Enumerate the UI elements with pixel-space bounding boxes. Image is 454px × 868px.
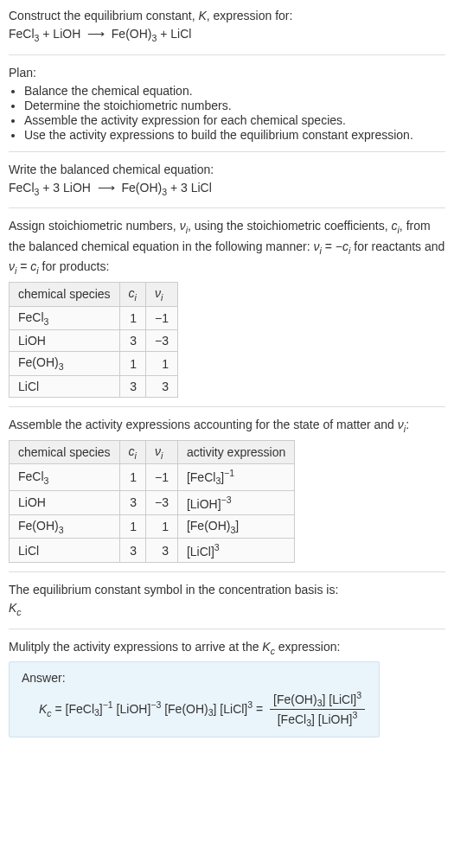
- col-vi: νi: [145, 282, 177, 306]
- kc-expression: Kc = [FeCl3]−1 [LiOH]−3 [Fe(OH)3] [LiCl]…: [22, 690, 367, 728]
- activity-text: Assemble the activity expressions accoun…: [9, 416, 445, 437]
- cell-vi: 3: [145, 376, 177, 398]
- assign-table: chemical species ci νi FeCl3 1 −1 LiOH 3…: [9, 282, 178, 398]
- intro-section: Construct the equilibrium constant, K, e…: [9, 7, 445, 55]
- cell-vi: −1: [145, 306, 177, 330]
- table-row: Fe(OH)3 1 1: [10, 352, 178, 376]
- intro-prompt: Construct the equilibrium constant, K, e…: [9, 7, 445, 25]
- cell-species: LiOH: [10, 330, 120, 352]
- activity-table: chemical species ci νi activity expressi…: [9, 440, 295, 563]
- cell-vi: −3: [145, 490, 177, 514]
- cell-species: Fe(OH)3: [10, 514, 120, 539]
- plan-item: Use the activity expressions to build th…: [24, 128, 445, 142]
- cell-species: LiCl: [10, 539, 120, 563]
- table-row: FeCl3 1 −1 [FeCl3]−1: [10, 464, 295, 490]
- cell-ci: 3: [119, 376, 145, 398]
- cell-species: Fe(OH)3: [10, 352, 120, 376]
- kc-numerator: [Fe(OH)3] [LiCl]3: [270, 690, 365, 709]
- cell-activity: [LiOH]−3: [177, 490, 294, 514]
- multiply-text: Mulitply the activity expressions to arr…: [9, 638, 445, 659]
- cell-ci: 3: [119, 490, 145, 514]
- cell-vi: 1: [145, 514, 177, 539]
- assign-section: Assign stoichiometric numbers, νi, using…: [9, 217, 445, 407]
- cell-ci: 3: [119, 539, 145, 563]
- cell-species: LiOH: [10, 490, 120, 514]
- table-row: LiOH 3 −3 [LiOH]−3: [10, 490, 295, 514]
- cell-ci: 1: [119, 464, 145, 490]
- cell-vi: 3: [145, 539, 177, 563]
- table-header-row: chemical species ci νi: [10, 282, 178, 306]
- cell-activity: [Fe(OH)3]: [177, 514, 294, 539]
- table-row: LiCl 3 3: [10, 376, 178, 398]
- activity-section: Assemble the activity expressions accoun…: [9, 416, 445, 572]
- kc-fraction: [Fe(OH)3] [LiCl]3 [FeCl3] [LiOH]3: [270, 690, 365, 728]
- plan-section: Plan: Balance the chemical equation. Det…: [9, 64, 445, 152]
- table-row: Fe(OH)3 1 1 [Fe(OH)3]: [10, 514, 295, 539]
- cell-ci: 1: [119, 514, 145, 539]
- symbol-text: The equilibrium constant symbol in the c…: [9, 581, 445, 599]
- balanced-heading: Write the balanced chemical equation:: [9, 161, 445, 179]
- col-activity: activity expression: [177, 440, 294, 464]
- balanced-section: Write the balanced chemical equation: Fe…: [9, 161, 445, 209]
- table-header-row: chemical species ci νi activity expressi…: [10, 440, 295, 464]
- cell-species: LiCl: [10, 376, 120, 398]
- table-row: LiCl 3 3 [LiCl]3: [10, 539, 295, 563]
- kc-denominator: [FeCl3] [LiOH]3: [270, 710, 365, 728]
- intro-equation: FeCl3 + LiOH ⟶ Fe(OH)3 + LiCl: [9, 25, 445, 46]
- table-row: LiOH 3 −3: [10, 330, 178, 352]
- plan-list: Balance the chemical equation. Determine…: [9, 84, 445, 142]
- answer-box: Answer: Kc = [FeCl3]−1 [LiOH]−3 [Fe(OH)3…: [9, 661, 380, 737]
- col-vi: νi: [145, 440, 177, 464]
- cell-activity: [FeCl3]−1: [177, 464, 294, 490]
- col-ci: ci: [119, 440, 145, 464]
- col-species: chemical species: [10, 282, 120, 306]
- balanced-equation: FeCl3 + 3 LiOH ⟶ Fe(OH)3 + 3 LiCl: [9, 179, 445, 200]
- symbol-value: Kc: [9, 599, 445, 620]
- plan-item: Balance the chemical equation.: [24, 84, 445, 98]
- cell-species: FeCl3: [10, 464, 120, 490]
- col-species: chemical species: [10, 440, 120, 464]
- assign-text: Assign stoichiometric numbers, νi, using…: [9, 217, 445, 278]
- plan-heading: Plan:: [9, 64, 445, 82]
- col-ci: ci: [119, 282, 145, 306]
- cell-ci: 1: [119, 352, 145, 376]
- cell-vi: −3: [145, 330, 177, 352]
- cell-species: FeCl3: [10, 306, 120, 330]
- answer-label: Answer:: [22, 671, 367, 685]
- cell-activity: [LiCl]3: [177, 539, 294, 563]
- cell-vi: −1: [145, 464, 177, 490]
- plan-item: Determine the stoichiometric numbers.: [24, 99, 445, 112]
- kc-lhs: Kc = [FeCl3]−1 [LiOH]−3 [Fe(OH)3] [LiCl]…: [39, 699, 266, 718]
- cell-ci: 1: [119, 306, 145, 330]
- symbol-section: The equilibrium constant symbol in the c…: [9, 581, 445, 629]
- multiply-section: Mulitply the activity expressions to arr…: [9, 638, 445, 746]
- plan-item: Assemble the activity expression for eac…: [24, 113, 445, 127]
- table-row: FeCl3 1 −1: [10, 306, 178, 330]
- cell-ci: 3: [119, 330, 145, 352]
- cell-vi: 1: [145, 352, 177, 376]
